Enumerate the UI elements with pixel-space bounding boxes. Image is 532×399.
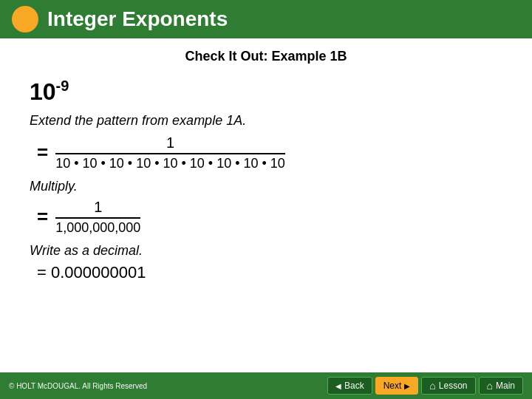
step2-text: Multiply. (30, 179, 502, 194)
equals-sign-1: = (37, 141, 48, 164)
header-circle-icon (12, 6, 38, 33)
step1-row: = 1 10 • 10 • 10 • 10 • 10 • 10 • 10 • 1… (37, 134, 502, 171)
fraction-1-denominator: 10 • 10 • 10 • 10 • 10 • 10 • 10 • 10 • … (55, 154, 285, 171)
fraction-1: 1 10 • 10 • 10 • 10 • 10 • 10 • 10 • 10 … (55, 134, 285, 171)
fraction-2-denominator: 1,000,000,000 (55, 219, 140, 236)
step1-text: Extend the pattern from example 1A. (30, 113, 502, 129)
next-button[interactable]: Next (375, 377, 419, 395)
main-content: Check It Out: Example 1B 10-9 Extend the… (0, 38, 532, 282)
fraction-2: 1 1,000,000,000 (55, 199, 140, 236)
copyright-text: © HOLT McDOUGAL. All Rights Reserved (9, 382, 147, 390)
step2-row: = 1 1,000,000,000 (37, 199, 502, 236)
subtitle: Check It Out: Example 1B (30, 49, 502, 64)
lesson-button[interactable]: Lesson (421, 377, 475, 395)
lesson-home-icon (429, 380, 435, 392)
header: Integer Exponents (0, 0, 532, 38)
equals-sign-2: = (37, 205, 48, 228)
page-title: Integer Exponents (47, 7, 228, 31)
step3-text: Write as a decimal. (30, 243, 502, 259)
final-result: = 0.000000001 (37, 263, 502, 282)
expression-label: 10-9 (30, 78, 502, 106)
fraction-2-numerator: 1 (55, 199, 140, 219)
back-arrow-icon (335, 381, 341, 391)
footer-nav-buttons: Back Next Lesson Main (327, 377, 523, 395)
main-home-icon (487, 380, 493, 392)
back-button[interactable]: Back (327, 377, 372, 395)
main-button[interactable]: Main (479, 377, 523, 395)
fraction-1-numerator: 1 (55, 134, 285, 154)
footer: © HOLT McDOUGAL. All Rights Reserved Bac… (0, 372, 532, 399)
next-arrow-icon (404, 381, 410, 391)
